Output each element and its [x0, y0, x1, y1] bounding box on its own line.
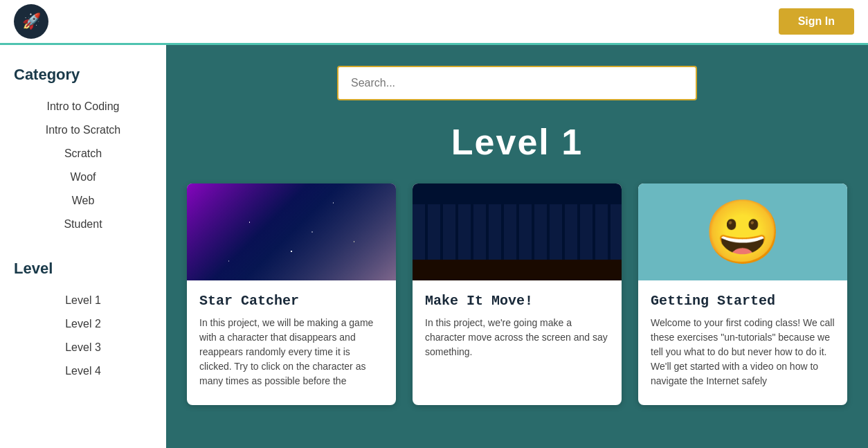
card-star-catcher[interactable]: Star Catcher In this project, we will be… — [187, 183, 396, 405]
sidebar-item-level-4[interactable]: Level 4 — [14, 359, 152, 383]
card-description-star-catcher: In this project, we will be making a gam… — [199, 316, 383, 388]
sign-in-button[interactable]: Sign In — [779, 8, 854, 35]
card-body-star-catcher: Star Catcher In this project, we will be… — [187, 280, 396, 405]
sidebar-divider — [14, 243, 152, 260]
main-content: Level 1 Star Catcher In this project, we… — [166, 45, 868, 448]
card-body-make-it-move: Make It Move! In this project, we're goi… — [413, 280, 622, 376]
card-body-getting-started: Getting Started Welcome to your first co… — [638, 280, 847, 405]
sidebar-item-web[interactable]: Web — [14, 189, 152, 213]
card-title-getting-started: Getting Started — [651, 293, 835, 309]
card-image-city — [413, 183, 622, 280]
search-input[interactable] — [337, 66, 697, 100]
sidebar-item-scratch[interactable]: Scratch — [14, 142, 152, 165]
sidebar: Category Intro to Coding Intro to Scratc… — [0, 45, 166, 448]
card-description-getting-started: Welcome to your first coding class! We c… — [651, 316, 835, 388]
sidebar-item-intro-to-scratch[interactable]: Intro to Scratch — [14, 118, 152, 142]
card-title-make-it-move: Make It Move! — [425, 293, 609, 309]
card-description-make-it-move: In this project, we're going make a char… — [425, 316, 609, 359]
level-heading: Level 1 — [187, 121, 847, 163]
category-section: Category Intro to Coding Intro to Scratc… — [14, 66, 152, 236]
card-getting-started[interactable]: 😀 Getting Started Welcome to your first … — [638, 183, 847, 405]
layout: Category Intro to Coding Intro to Scratc… — [0, 45, 868, 448]
sidebar-item-level-1[interactable]: Level 1 — [14, 289, 152, 312]
header: 🚀 Sign In — [0, 0, 868, 45]
sidebar-item-woof[interactable]: Woof — [14, 165, 152, 189]
level-title: Level — [14, 260, 152, 278]
rocket-icon: 🚀 — [22, 12, 41, 30]
level-section: Level Level 1 Level 2 Level 3 Level 4 — [14, 260, 152, 383]
sidebar-item-intro-to-coding[interactable]: Intro to Coding — [14, 95, 152, 118]
card-make-it-move[interactable]: Make It Move! In this project, we're goi… — [413, 183, 622, 405]
sidebar-item-level-3[interactable]: Level 3 — [14, 336, 152, 359]
card-title-star-catcher: Star Catcher — [199, 293, 383, 309]
logo[interactable]: 🚀 — [14, 4, 48, 39]
search-container — [187, 66, 847, 100]
smiley-icon: 😀 — [704, 196, 781, 269]
card-image-galaxy — [187, 183, 396, 280]
sidebar-item-student[interactable]: Student — [14, 213, 152, 236]
cards-grid: Star Catcher In this project, we will be… — [187, 183, 847, 405]
sidebar-item-level-2[interactable]: Level 2 — [14, 312, 152, 336]
card-image-smiley: 😀 — [638, 183, 847, 280]
category-title: Category — [14, 66, 152, 84]
